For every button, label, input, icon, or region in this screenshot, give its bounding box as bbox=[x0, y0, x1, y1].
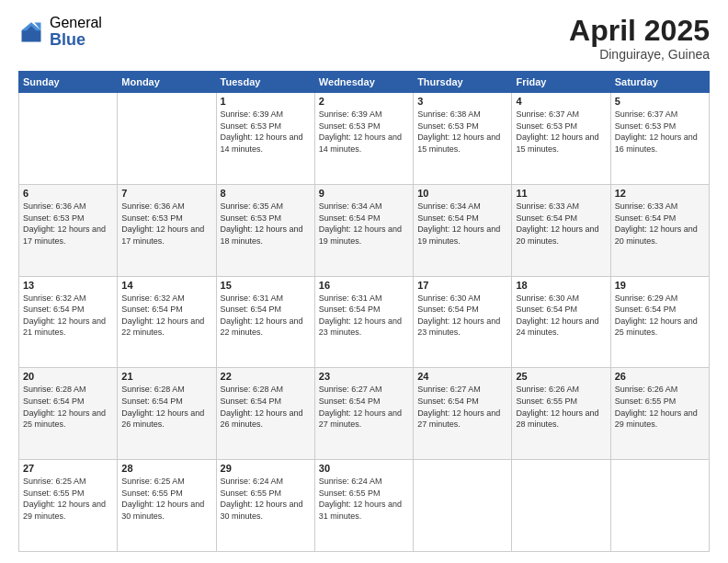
table-row: 7Sunrise: 6:36 AM Sunset: 6:53 PM Daylig… bbox=[118, 184, 216, 276]
day-info: Sunrise: 6:34 AM Sunset: 6:54 PM Dayligh… bbox=[319, 201, 409, 247]
calendar-week-3: 13Sunrise: 6:32 AM Sunset: 6:54 PM Dayli… bbox=[19, 276, 710, 368]
day-info: Sunrise: 6:27 AM Sunset: 6:54 PM Dayligh… bbox=[417, 384, 507, 430]
title-month: April 2025 bbox=[569, 15, 710, 47]
table-row: 15Sunrise: 6:31 AM Sunset: 6:54 PM Dayli… bbox=[216, 276, 314, 368]
page: General Blue April 2025 Dinguiraye, Guin… bbox=[0, 0, 728, 563]
day-info: Sunrise: 6:24 AM Sunset: 6:55 PM Dayligh… bbox=[319, 476, 409, 522]
day-number: 14 bbox=[121, 280, 211, 291]
table-row: 19Sunrise: 6:29 AM Sunset: 6:54 PM Dayli… bbox=[610, 276, 709, 368]
table-row: 6Sunrise: 6:36 AM Sunset: 6:53 PM Daylig… bbox=[19, 184, 118, 276]
table-row: 22Sunrise: 6:28 AM Sunset: 6:54 PM Dayli… bbox=[216, 368, 314, 460]
day-info: Sunrise: 6:30 AM Sunset: 6:54 PM Dayligh… bbox=[417, 293, 507, 339]
table-row: 28Sunrise: 6:25 AM Sunset: 6:55 PM Dayli… bbox=[118, 460, 216, 552]
day-number: 16 bbox=[319, 280, 409, 291]
day-number: 26 bbox=[615, 371, 705, 382]
day-info: Sunrise: 6:24 AM Sunset: 6:55 PM Dayligh… bbox=[221, 476, 311, 522]
day-number: 28 bbox=[121, 463, 211, 474]
day-info: Sunrise: 6:32 AM Sunset: 6:54 PM Dayligh… bbox=[23, 293, 113, 339]
table-row: 10Sunrise: 6:34 AM Sunset: 6:54 PM Dayli… bbox=[414, 184, 512, 276]
day-info: Sunrise: 6:25 AM Sunset: 6:55 PM Dayligh… bbox=[23, 476, 113, 522]
header: General Blue April 2025 Dinguiraye, Guin… bbox=[18, 15, 710, 62]
day-number: 29 bbox=[221, 463, 311, 474]
title-location: Dinguiraye, Guinea bbox=[569, 47, 710, 62]
day-info: Sunrise: 6:30 AM Sunset: 6:54 PM Dayligh… bbox=[516, 293, 606, 339]
table-row: 12Sunrise: 6:33 AM Sunset: 6:54 PM Dayli… bbox=[610, 184, 709, 276]
day-info: Sunrise: 6:35 AM Sunset: 6:53 PM Dayligh… bbox=[221, 201, 311, 247]
day-number: 8 bbox=[221, 188, 311, 199]
day-info: Sunrise: 6:38 AM Sunset: 6:53 PM Dayligh… bbox=[417, 109, 507, 155]
table-row bbox=[512, 460, 610, 552]
day-info: Sunrise: 6:28 AM Sunset: 6:54 PM Dayligh… bbox=[221, 384, 311, 430]
table-row: 30Sunrise: 6:24 AM Sunset: 6:55 PM Dayli… bbox=[314, 460, 413, 552]
header-tuesday: Tuesday bbox=[216, 72, 314, 93]
header-thursday: Thursday bbox=[414, 72, 512, 93]
day-number: 23 bbox=[319, 371, 409, 382]
header-wednesday: Wednesday bbox=[314, 72, 413, 93]
day-number: 6 bbox=[23, 188, 113, 199]
day-number: 7 bbox=[121, 188, 211, 199]
table-row: 27Sunrise: 6:25 AM Sunset: 6:55 PM Dayli… bbox=[19, 460, 118, 552]
table-row bbox=[414, 460, 512, 552]
table-row: 26Sunrise: 6:26 AM Sunset: 6:55 PM Dayli… bbox=[610, 368, 709, 460]
table-row: 11Sunrise: 6:33 AM Sunset: 6:54 PM Dayli… bbox=[512, 184, 610, 276]
logo-text: General Blue bbox=[50, 15, 102, 49]
table-row: 13Sunrise: 6:32 AM Sunset: 6:54 PM Dayli… bbox=[19, 276, 118, 368]
logo-general: General bbox=[50, 15, 102, 31]
day-number: 19 bbox=[615, 280, 705, 291]
day-info: Sunrise: 6:36 AM Sunset: 6:53 PM Dayligh… bbox=[121, 201, 211, 247]
day-number: 5 bbox=[615, 96, 705, 107]
day-info: Sunrise: 6:29 AM Sunset: 6:54 PM Dayligh… bbox=[615, 293, 705, 339]
table-row bbox=[118, 93, 216, 185]
day-number: 10 bbox=[417, 188, 507, 199]
table-row: 18Sunrise: 6:30 AM Sunset: 6:54 PM Dayli… bbox=[512, 276, 610, 368]
calendar-week-2: 6Sunrise: 6:36 AM Sunset: 6:53 PM Daylig… bbox=[19, 184, 710, 276]
table-row: 23Sunrise: 6:27 AM Sunset: 6:54 PM Dayli… bbox=[314, 368, 413, 460]
day-info: Sunrise: 6:36 AM Sunset: 6:53 PM Dayligh… bbox=[23, 201, 113, 247]
day-info: Sunrise: 6:25 AM Sunset: 6:55 PM Dayligh… bbox=[121, 476, 211, 522]
table-row: 9Sunrise: 6:34 AM Sunset: 6:54 PM Daylig… bbox=[314, 184, 413, 276]
day-number: 15 bbox=[221, 280, 311, 291]
table-row bbox=[610, 460, 709, 552]
table-row: 8Sunrise: 6:35 AM Sunset: 6:53 PM Daylig… bbox=[216, 184, 314, 276]
table-row: 29Sunrise: 6:24 AM Sunset: 6:55 PM Dayli… bbox=[216, 460, 314, 552]
day-number: 1 bbox=[221, 96, 311, 107]
calendar-header-row: Sunday Monday Tuesday Wednesday Thursday… bbox=[19, 72, 710, 93]
header-friday: Friday bbox=[512, 72, 610, 93]
day-number: 9 bbox=[319, 188, 409, 199]
calendar-week-4: 20Sunrise: 6:28 AM Sunset: 6:54 PM Dayli… bbox=[19, 368, 710, 460]
calendar-week-1: 1Sunrise: 6:39 AM Sunset: 6:53 PM Daylig… bbox=[19, 93, 710, 185]
table-row: 4Sunrise: 6:37 AM Sunset: 6:53 PM Daylig… bbox=[512, 93, 610, 185]
day-number: 13 bbox=[23, 280, 113, 291]
header-sunday: Sunday bbox=[19, 72, 118, 93]
day-number: 20 bbox=[23, 371, 113, 382]
day-info: Sunrise: 6:37 AM Sunset: 6:53 PM Dayligh… bbox=[615, 109, 705, 155]
day-number: 25 bbox=[516, 371, 606, 382]
day-info: Sunrise: 6:26 AM Sunset: 6:55 PM Dayligh… bbox=[615, 384, 705, 430]
table-row: 17Sunrise: 6:30 AM Sunset: 6:54 PM Dayli… bbox=[414, 276, 512, 368]
table-row: 1Sunrise: 6:39 AM Sunset: 6:53 PM Daylig… bbox=[216, 93, 314, 185]
table-row: 25Sunrise: 6:26 AM Sunset: 6:55 PM Dayli… bbox=[512, 368, 610, 460]
table-row: 5Sunrise: 6:37 AM Sunset: 6:53 PM Daylig… bbox=[610, 93, 709, 185]
day-info: Sunrise: 6:39 AM Sunset: 6:53 PM Dayligh… bbox=[221, 109, 311, 155]
logo-icon bbox=[18, 19, 44, 45]
day-info: Sunrise: 6:26 AM Sunset: 6:55 PM Dayligh… bbox=[516, 384, 606, 430]
day-info: Sunrise: 6:28 AM Sunset: 6:54 PM Dayligh… bbox=[23, 384, 113, 430]
day-info: Sunrise: 6:31 AM Sunset: 6:54 PM Dayligh… bbox=[319, 293, 409, 339]
table-row: 21Sunrise: 6:28 AM Sunset: 6:54 PM Dayli… bbox=[118, 368, 216, 460]
day-number: 3 bbox=[417, 96, 507, 107]
day-number: 22 bbox=[221, 371, 311, 382]
day-number: 24 bbox=[417, 371, 507, 382]
day-number: 11 bbox=[516, 188, 606, 199]
logo: General Blue bbox=[18, 15, 102, 49]
day-number: 18 bbox=[516, 280, 606, 291]
table-row: 24Sunrise: 6:27 AM Sunset: 6:54 PM Dayli… bbox=[414, 368, 512, 460]
logo-blue: Blue bbox=[50, 31, 102, 50]
day-number: 30 bbox=[319, 463, 409, 474]
day-info: Sunrise: 6:28 AM Sunset: 6:54 PM Dayligh… bbox=[121, 384, 211, 430]
day-info: Sunrise: 6:32 AM Sunset: 6:54 PM Dayligh… bbox=[121, 293, 211, 339]
day-number: 2 bbox=[319, 96, 409, 107]
day-number: 12 bbox=[615, 188, 705, 199]
header-monday: Monday bbox=[118, 72, 216, 93]
day-info: Sunrise: 6:27 AM Sunset: 6:54 PM Dayligh… bbox=[319, 384, 409, 430]
day-number: 27 bbox=[23, 463, 113, 474]
